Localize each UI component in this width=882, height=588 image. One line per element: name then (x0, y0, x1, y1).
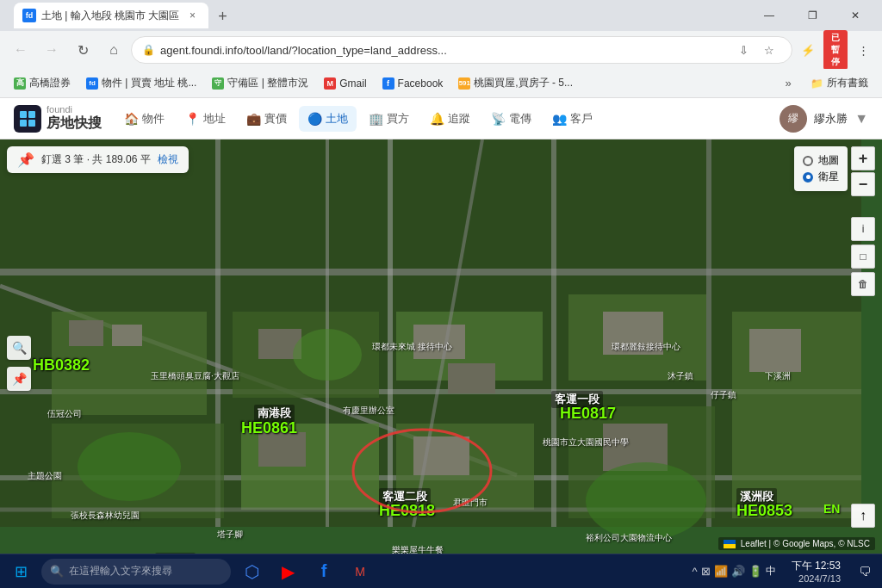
tray-volume-icon[interactable]: 🔊 (731, 565, 745, 578)
nav-item-track[interactable]: 🔔 追蹤 (421, 106, 479, 132)
sys-tray: ^ ⊠ 📶 🔊 🔋 中 (687, 564, 781, 579)
nav-item-telecom[interactable]: 📡 電傳 (482, 106, 540, 132)
new-tab-button[interactable]: + (210, 4, 234, 28)
label-map-type-map: 地圖 (818, 153, 839, 168)
telecom-icon: 📡 (491, 112, 506, 126)
taskbar-start-button[interactable]: ⊞ (3, 554, 38, 589)
bookmark-facebook[interactable]: f Facebook (376, 72, 450, 95)
clock-area[interactable]: 下午 12:53 2024/7/13 (785, 559, 848, 584)
secure-icon: 🔒 (142, 44, 155, 56)
extensions-button[interactable]: ⚡ (796, 38, 820, 62)
taskbar-app-gmail[interactable]: M (343, 554, 377, 589)
bookmark-favicon: f (382, 77, 394, 90)
svg-rect-10 (388, 139, 393, 527)
user-avatar: 繆 (780, 105, 807, 133)
svg-rect-23 (69, 320, 103, 346)
compass[interactable]: ↑ (851, 504, 875, 528)
bookmark-gmail[interactable]: M Gmail (317, 72, 373, 95)
taskbar: ⊞ 🔍 在這裡輸入文字來搜尋 ⬡ ▶ f M ^ ⊠ 📶 (0, 554, 882, 588)
app-nav-items: 🏠 物件 📍 地址 💼 實價 🔵 土地 🏢 買方 (115, 106, 780, 132)
poi-qianzhen: 仔子鎮 (711, 389, 736, 401)
home-button[interactable]: ⌂ (100, 36, 127, 64)
radio-satellite (803, 172, 813, 183)
poi-tazijiao: 塔子腳 (217, 529, 243, 541)
tray-lang-icon[interactable]: 中 (766, 564, 776, 579)
bookmarks-folder[interactable]: 📁 所有書籤 (804, 76, 875, 90)
close-button[interactable]: ✕ (835, 3, 875, 28)
rect-tool-button[interactable]: □ (851, 244, 875, 269)
poi-restaurant: 樂樂屋牛牛餐 (392, 544, 444, 554)
profile-button[interactable]: 已暫停 (823, 38, 848, 62)
count-value: 3 (65, 153, 71, 165)
map-type-map[interactable]: 地圖 (803, 153, 839, 168)
nav-item-client[interactable]: 👥 客戶 (543, 106, 601, 132)
taskbar-search-text: 在這裡輸入文字來搜尋 (69, 564, 172, 579)
tray-chevron-icon[interactable]: ^ (693, 565, 698, 578)
bookmark-item[interactable]: 591 桃園買屋,買房子 - 5... (451, 72, 580, 95)
label-tajiao-duan: 塔腳段 (155, 553, 196, 554)
maximize-button[interactable]: ❐ (792, 3, 832, 28)
bookmark-button[interactable]: ☆ (757, 38, 781, 62)
taskbar-search-bar[interactable]: 🔍 在這裡輸入文字來搜尋 (41, 559, 231, 585)
label-he0853: HE0853 (736, 502, 792, 520)
forward-button[interactable]: → (38, 36, 65, 64)
label-he0818: HE0818 (379, 502, 435, 520)
notification-icon: 🗨 (859, 565, 871, 579)
more-bookmarks-button[interactable]: » (774, 70, 802, 97)
minimize-button[interactable]: — (749, 3, 789, 28)
map-attribution: Leaflet | © Google Maps, © NLSC (718, 537, 875, 550)
view-link[interactable]: 檢視 (158, 152, 178, 167)
attribution-text: Leaflet | © Google Maps, © NLSC (741, 539, 870, 548)
nav-item-property[interactable]: 🏠 物件 (115, 106, 173, 132)
nav-item-address[interactable]: 📍 地址 (177, 106, 234, 132)
track-icon: 🔔 (430, 112, 444, 126)
map-type-satellite[interactable]: 衛星 (803, 170, 839, 184)
info-tool-button[interactable]: i (851, 217, 875, 241)
label-hb0382: HB0382 (33, 356, 90, 374)
taskbar-app-chrome[interactable]: ⬡ (234, 554, 269, 589)
nav-user: 繆 繆永勝 ▼ (780, 105, 868, 133)
tray-battery-icon[interactable]: 🔋 (748, 565, 762, 578)
poi-kindergarten: 張校長森林幼兒園 (71, 510, 140, 522)
chrome-icon: ⬡ (245, 561, 259, 582)
taskbar-app-facebook[interactable]: f (307, 554, 341, 589)
bookmark-item[interactable]: 高 高橋證券 (7, 72, 78, 95)
map-container[interactable]: HB0382 南港段 HE0861 客運一段 HE0817 客運二段 HE081… (0, 139, 882, 554)
tray-network-icon[interactable]: ⊠ (701, 565, 711, 578)
bookmark-item[interactable]: fd 物件 | 買賣 地址 桃... (79, 72, 203, 95)
svg-rect-3 (28, 120, 35, 127)
svg-rect-30 (413, 436, 469, 475)
nav-item-land[interactable]: 🔵 土地 (299, 106, 357, 132)
zoom-out-button[interactable]: − (851, 172, 875, 196)
menu-button[interactable]: ⋮ (851, 38, 875, 62)
taskbar-app-youtube[interactable]: ▶ (270, 554, 305, 589)
back-button[interactable]: ← (7, 36, 34, 64)
nav-label-client: 客戶 (570, 111, 593, 127)
buyer-icon: 🏢 (369, 112, 383, 126)
active-tab[interactable]: fd 土地 | 輸入地段 桃園市 大園區 × (14, 3, 208, 28)
radio-map (803, 156, 813, 166)
reload-button[interactable]: ↻ (69, 36, 96, 64)
tab-bar: fd 土地 | 輸入地段 桃園市 大園區 × + (14, 3, 742, 28)
url-bar-row: ← → ↻ ⌂ 🔒 agent.foundi.info/tool/land/?l… (0, 31, 882, 69)
url-bar[interactable]: 🔒 agent.foundi.info/tool/land/?location_… (131, 36, 792, 64)
delete-tool-button[interactable]: 🗑 (851, 272, 875, 296)
bookmark-favicon: M (324, 77, 336, 90)
area-value: 189.06 平 (106, 153, 151, 165)
app-logo-texts: foundi 房地快搜 (47, 104, 102, 133)
nav-item-buyer[interactable]: 🏢 買方 (360, 106, 418, 132)
tab-close-button[interactable]: × (184, 8, 200, 23)
download-button[interactable]: ⇩ (731, 38, 755, 62)
zoom-in-button[interactable]: + (851, 146, 875, 170)
nav-item-price[interactable]: 💼 實價 (238, 106, 295, 132)
user-dropdown-icon[interactable]: ▼ (854, 111, 868, 127)
search-toggle[interactable]: 🔍 (7, 336, 31, 360)
url-text: agent.foundi.info/tool/land/?location_ty… (160, 44, 726, 57)
app-navbar: foundi 房地快搜 🏠 物件 📍 地址 💼 實價 🔵 (0, 98, 882, 139)
poi-city1: 環都未來城 接待中心 (372, 341, 452, 353)
pin-toggle[interactable]: 📌 (7, 367, 31, 391)
bookmark-item[interactable]: 守 守備區 | 整體市況 (205, 72, 315, 95)
bookmark-favicon: 591 (458, 77, 470, 90)
tray-wifi-icon[interactable]: 📶 (714, 565, 728, 578)
notification-button[interactable]: 🗨 (851, 554, 879, 589)
